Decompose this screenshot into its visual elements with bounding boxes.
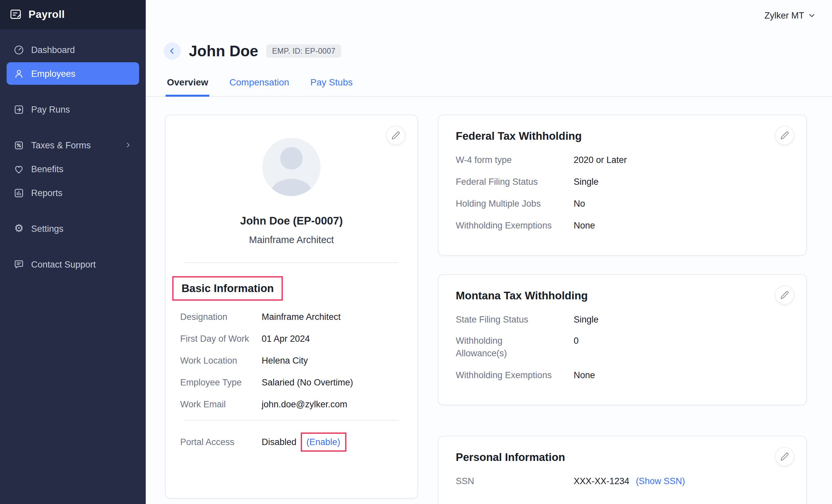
sidebar-item-employees[interactable]: Employees [7,62,139,85]
contact-support-icon [13,259,25,270]
avatar [262,138,321,196]
basic-information-fields: Designation Mainframe Architect First Da… [165,311,417,411]
sidebar-item-label: Reports [31,188,134,198]
sidebar-item-pay-runs[interactable]: Pay Runs [7,98,139,121]
personal-info-card: Personal Information SSN XXX-XX-1234 (Sh… [438,436,807,504]
sidebar-item-reports[interactable]: Reports [7,182,139,204]
basic-information-title: Basic Information [172,276,283,301]
portal-access-status: Disabled [262,437,296,447]
federal-tax-card: Federal Tax Withholding W-4 form type 20… [438,114,807,255]
row-value: None [574,219,595,232]
row-ssn: SSN XXX-XX-1234 (Show SSN) [456,476,789,488]
row-w4-form-type: W-4 form type 2020 or Later [456,154,789,167]
avatar-torso [271,179,312,196]
field-label: Employee Type [180,376,262,389]
edit-federal-tax-button[interactable] [775,126,794,145]
pencil-icon [780,452,789,461]
edit-personal-info-button[interactable] [775,447,794,466]
reports-icon [13,187,25,198]
row-withholding-allowances: Withholding Allowance(s) 0 [456,336,789,361]
field-row-work-location: Work Location Helena City [180,355,403,368]
portal-access-row: Portal Access Disabled (Enable) [165,433,417,452]
account-switcher[interactable]: Zylker MT [764,10,816,20]
sidebar-item-label: Benefits [31,164,134,174]
sidebar-nav: Dashboard Employees Pay Runs Taxes & For… [0,29,146,277]
field-row-work-email: Work Email john.doe@zylker.com [180,398,403,411]
tab-bar: Overview Compensation Pay Stubs [146,72,832,97]
row-value: Single [574,314,598,326]
state-tax-rows: State Filing Status Single Withholding A… [456,314,789,382]
field-row-first-day-of-work: First Day of Work 01 Apr 2024 [180,333,403,346]
sidebar-item-label: Dashboard [31,45,134,55]
field-row-employee-type: Employee Type Salaried (No Overtime) [180,376,403,389]
sidebar-item-contact-support[interactable]: Contact Support [7,253,139,275]
card-title: Montana Tax Withholding [456,289,789,302]
show-ssn-link[interactable]: (Show SSN) [636,476,685,486]
spacer [438,405,807,436]
payroll-app: Payroll Dashboard Employees Pay Runs Tax… [0,0,832,504]
tab-compensation[interactable]: Compensation [228,72,291,97]
row-value: None [574,370,595,382]
sidebar-item-benefits[interactable]: Benefits [7,158,139,180]
row-state-filing-status: State Filing Status Single [456,314,789,326]
avatar-head [280,147,303,169]
row-federal-filing-status: Federal Filing Status Single [456,176,789,189]
sidebar-item-label: Taxes & Forms [31,140,116,150]
pencil-icon [780,290,789,299]
field-value: Mainframe Architect [262,311,341,324]
card-title: Federal Tax Withholding [456,130,789,142]
chevron-left-icon [167,46,177,56]
row-value: 0 [539,336,579,361]
taxes-forms-icon [13,139,25,151]
row-label: State Filing Status [456,314,574,326]
employee-designation: Mainframe Architect [165,235,417,245]
row-holding-multiple-jobs: Holding Multiple Jobs No [456,198,789,211]
topbar: Zylker MT [146,0,832,30]
profile-card: John Doe (EP-0007) Mainframe Architect B… [165,114,418,499]
row-label: W-4 form type [456,154,574,167]
settings-gear-icon: ⚙ [13,223,25,234]
enable-portal-link[interactable]: (Enable) [301,433,346,452]
employee-name: John Doe (EP-0007) [165,215,417,227]
row-withholding-exemptions: Withholding Exemptions None [456,370,789,382]
field-label: Designation [180,311,262,324]
sidebar-spacer [7,241,139,252]
right-column: Federal Tax Withholding W-4 form type 20… [438,114,807,504]
main-area: Zylker MT John Doe EMP. ID: EP-0007 Over… [146,0,832,504]
tab-overview[interactable]: Overview [165,72,210,97]
back-button[interactable] [164,43,181,60]
sidebar-item-taxes-forms[interactable]: Taxes & Forms [7,134,139,156]
pencil-icon [780,131,789,140]
card-title: Personal Information [456,451,789,463]
employees-icon [13,68,25,79]
sidebar-item-settings[interactable]: ⚙ Settings [7,217,139,240]
field-label: Work Location [180,355,262,368]
app-title: Payroll [28,9,65,21]
field-value: Helena City [262,355,308,368]
ssn-masked-value: XXX-XX-1234 [574,476,629,486]
field-label: First Day of Work [180,333,262,346]
field-label: Work Email [180,398,262,411]
divider [184,420,399,421]
pencil-icon [391,131,400,140]
row-value: No [574,198,585,211]
row-value: XXX-XX-1234 (Show SSN) [574,476,685,488]
row-label: Withholding Exemptions [456,219,574,232]
benefits-icon [13,163,25,175]
row-label: Withholding Allowance(s) [456,336,539,361]
edit-state-tax-button[interactable] [775,285,794,304]
divider [184,262,399,263]
federal-tax-rows: W-4 form type 2020 or Later Federal Fili… [456,154,789,232]
edit-profile-button[interactable] [386,126,406,145]
tab-pay-stubs[interactable]: Pay Stubs [309,72,354,97]
sidebar-item-dashboard[interactable]: Dashboard [7,38,139,61]
sidebar-spacer [7,205,139,216]
sidebar-header: Payroll [0,0,146,29]
row-label: Withholding Exemptions [456,370,574,382]
row-value: Single [574,176,598,189]
row-value: 2020 or Later [574,154,627,167]
field-row-designation: Designation Mainframe Architect [180,311,403,324]
sidebar-item-label: Employees [31,69,134,78]
sidebar-spacer [7,86,139,97]
page-header: John Doe EMP. ID: EP-0007 [146,40,832,62]
